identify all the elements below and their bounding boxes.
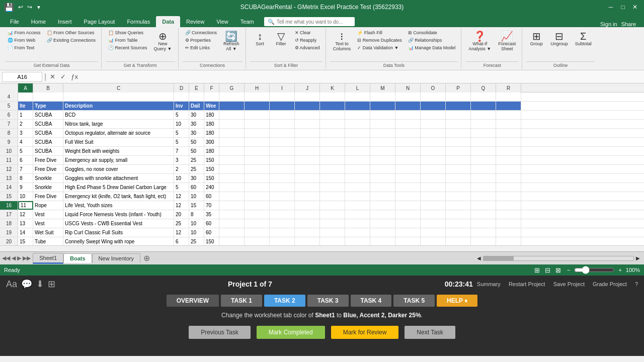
cell[interactable] xyxy=(270,129,295,137)
tab-home[interactable]: Home xyxy=(25,16,52,27)
cell[interactable] xyxy=(345,129,370,137)
cell[interactable] xyxy=(320,147,345,155)
from-table-button[interactable]: 📊 From Table xyxy=(106,37,150,44)
cell[interactable]: High End Phase 5 Drew Daniel Carbon Larg… xyxy=(63,183,174,192)
cell[interactable] xyxy=(496,93,521,101)
col-header-c[interactable]: C xyxy=(63,83,174,93)
cell[interactable] xyxy=(219,129,245,137)
cell[interactable] xyxy=(345,93,370,101)
cell[interactable] xyxy=(345,147,370,155)
cell[interactable] xyxy=(320,138,345,146)
cell[interactable] xyxy=(245,120,270,128)
cell[interactable] xyxy=(421,147,446,155)
cell[interactable] xyxy=(245,129,270,137)
insert-function-button[interactable]: ƒx xyxy=(69,72,79,81)
cell[interactable] xyxy=(219,165,245,173)
cell[interactable] xyxy=(295,228,320,237)
sign-in-button[interactable]: Sign in xyxy=(600,21,617,27)
cell[interactable]: 30 xyxy=(189,174,204,183)
cell[interactable] xyxy=(270,228,295,237)
cell[interactable] xyxy=(270,165,295,173)
cell[interactable]: 25 xyxy=(189,156,204,164)
cell[interactable] xyxy=(320,219,345,228)
cell[interactable] xyxy=(395,147,421,155)
zoom-slider[interactable] xyxy=(574,266,614,274)
cell[interactable] xyxy=(345,192,370,201)
sheet-tab-nav[interactable]: ◀◀ ◀ ▶ ▶▶ xyxy=(2,255,31,261)
cell[interactable] xyxy=(471,219,496,228)
cell[interactable] xyxy=(219,93,245,101)
task4-tab[interactable]: TASK 4 xyxy=(351,295,392,307)
cell[interactable] xyxy=(421,138,446,146)
cell[interactable] xyxy=(370,147,395,155)
cell[interactable]: Liquid Force Nemesis Vests (infant - You… xyxy=(63,210,174,219)
cell[interactable] xyxy=(219,174,245,183)
cell[interactable] xyxy=(270,183,295,192)
cell[interactable] xyxy=(471,237,496,245)
cell[interactable]: 1 xyxy=(18,111,33,119)
cell[interactable]: 30 xyxy=(189,120,204,128)
cell[interactable]: 5 xyxy=(18,147,33,155)
cell[interactable] xyxy=(446,93,471,101)
cell[interactable] xyxy=(471,111,496,119)
cell[interactable] xyxy=(63,93,174,101)
cell[interactable]: Dail xyxy=(189,102,204,110)
task5-tab[interactable]: TASK 5 xyxy=(393,295,435,307)
cell[interactable] xyxy=(345,210,370,219)
cell[interactable] xyxy=(446,138,471,146)
cell[interactable] xyxy=(219,111,245,119)
share-button[interactable]: Share xyxy=(621,21,636,27)
cell[interactable] xyxy=(471,156,496,164)
cell[interactable] xyxy=(446,201,471,210)
sheet-tab-sheet1[interactable]: Sheet1 xyxy=(33,253,63,264)
task1-tab[interactable]: TASK 1 xyxy=(221,295,262,307)
text-to-columns-button[interactable]: ⫶ Text to Columns xyxy=(330,29,354,53)
cell[interactable] xyxy=(421,174,446,183)
cell[interactable]: Nitrox tank, large xyxy=(63,120,174,128)
cell[interactable] xyxy=(395,228,421,237)
cell[interactable]: Life Vest, Youth sizes xyxy=(63,201,174,210)
cell[interactable]: 7 xyxy=(174,147,189,155)
mark-for-review-button[interactable]: Mark for Review xyxy=(331,326,399,339)
cell[interactable] xyxy=(345,111,370,119)
cell[interactable]: 35 xyxy=(204,210,219,219)
confirm-formula-button[interactable]: ✓ xyxy=(59,72,67,81)
tab-insert[interactable]: Insert xyxy=(52,16,78,27)
cell[interactable] xyxy=(320,174,345,183)
cell[interactable] xyxy=(471,183,496,192)
cell[interactable] xyxy=(370,156,395,164)
help-tab[interactable]: HELP ♦ xyxy=(437,295,477,307)
cell[interactable]: 3 xyxy=(174,156,189,164)
cell[interactable] xyxy=(320,192,345,201)
cell[interactable] xyxy=(421,237,446,245)
page-break-view-button[interactable]: ⊠ xyxy=(553,266,563,275)
cell[interactable] xyxy=(270,156,295,164)
cell[interactable]: 12 xyxy=(174,201,189,210)
cell[interactable] xyxy=(395,129,421,137)
cell[interactable] xyxy=(421,228,446,237)
cell[interactable]: SCUBA xyxy=(33,129,63,137)
task3-tab[interactable]: TASK 3 xyxy=(307,295,349,307)
cell[interactable] xyxy=(370,210,395,219)
cell[interactable] xyxy=(395,138,421,146)
reapply-button[interactable]: ↺ Reapply xyxy=(292,37,323,44)
cell[interactable]: 14 xyxy=(18,228,33,237)
cell[interactable]: 2 xyxy=(18,120,33,128)
col-header-e[interactable]: E xyxy=(189,83,204,93)
cell[interactable]: 15 xyxy=(189,201,204,210)
cell[interactable]: Vest xyxy=(33,210,63,219)
cell[interactable] xyxy=(270,138,295,146)
cell[interactable] xyxy=(421,165,446,173)
cell[interactable] xyxy=(270,174,295,183)
cell[interactable] xyxy=(219,210,245,219)
cell[interactable] xyxy=(295,165,320,173)
tab-team[interactable]: Team xyxy=(234,16,260,27)
cell[interactable] xyxy=(245,174,270,183)
filter-button[interactable]: ▽ Filter xyxy=(271,29,291,48)
cell[interactable] xyxy=(295,147,320,155)
cell[interactable]: 10 xyxy=(189,228,204,237)
cell[interactable] xyxy=(219,201,245,210)
cell[interactable] xyxy=(219,192,245,201)
cell[interactable]: 8 xyxy=(189,210,204,219)
cell[interactable] xyxy=(345,156,370,164)
